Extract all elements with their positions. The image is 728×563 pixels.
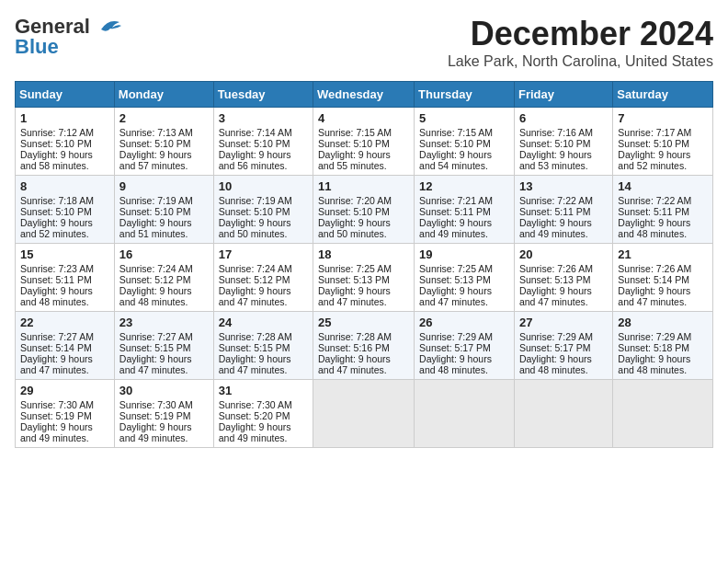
- calendar-day: 4Sunrise: 7:15 AMSunset: 5:10 PMDaylight…: [313, 108, 415, 176]
- calendar-week-row: 29Sunrise: 7:30 AMSunset: 5:19 PMDayligh…: [16, 380, 713, 448]
- calendar-day: 6Sunrise: 7:16 AMSunset: 5:10 PMDaylight…: [514, 108, 612, 176]
- calendar-day: 26Sunrise: 7:29 AMSunset: 5:17 PMDayligh…: [415, 312, 515, 380]
- day-number: 26: [419, 316, 509, 329]
- empty-cell: [415, 380, 515, 448]
- day-number: 29: [20, 384, 109, 397]
- calendar-day: 13Sunrise: 7:22 AMSunset: 5:11 PMDayligh…: [514, 176, 612, 244]
- day-number: 31: [219, 384, 308, 397]
- calendar-day: 31Sunrise: 7:30 AMSunset: 5:20 PMDayligh…: [213, 380, 313, 448]
- calendar-day: 17Sunrise: 7:24 AMSunset: 5:12 PMDayligh…: [213, 244, 313, 312]
- day-number: 5: [419, 111, 509, 125]
- day-number: 3: [219, 111, 308, 125]
- calendar-day: 24Sunrise: 7:28 AMSunset: 5:15 PMDayligh…: [213, 312, 313, 380]
- day-number: 21: [618, 247, 708, 261]
- calendar-day: 18Sunrise: 7:25 AMSunset: 5:13 PMDayligh…: [313, 244, 415, 312]
- calendar-day: 19Sunrise: 7:25 AMSunset: 5:13 PMDayligh…: [415, 244, 515, 312]
- calendar-day: 20Sunrise: 7:26 AMSunset: 5:13 PMDayligh…: [514, 244, 612, 312]
- calendar-day: 9Sunrise: 7:19 AMSunset: 5:10 PMDaylight…: [114, 176, 213, 244]
- calendar-week-row: 1Sunrise: 7:12 AMSunset: 5:10 PMDaylight…: [16, 108, 713, 176]
- day-number: 10: [219, 179, 308, 193]
- col-thursday: Thursday: [415, 82, 515, 108]
- calendar-week-row: 15Sunrise: 7:23 AMSunset: 5:11 PMDayligh…: [16, 244, 713, 312]
- day-number: 13: [519, 179, 608, 193]
- day-number: 17: [219, 247, 308, 261]
- day-number: 19: [419, 247, 509, 261]
- day-number: 28: [618, 316, 708, 329]
- calendar-day: 16Sunrise: 7:24 AMSunset: 5:12 PMDayligh…: [114, 244, 213, 312]
- calendar-day: 12Sunrise: 7:21 AMSunset: 5:11 PMDayligh…: [415, 176, 515, 244]
- day-number: 4: [318, 111, 409, 125]
- col-friday: Friday: [514, 82, 612, 108]
- day-number: 8: [20, 179, 109, 193]
- empty-cell: [313, 380, 415, 448]
- calendar-day: 25Sunrise: 7:28 AMSunset: 5:16 PMDayligh…: [313, 312, 415, 380]
- calendar-day: 30Sunrise: 7:30 AMSunset: 5:19 PMDayligh…: [114, 380, 213, 448]
- calendar-day: 7Sunrise: 7:17 AMSunset: 5:10 PMDaylight…: [613, 108, 713, 176]
- calendar-body: 1Sunrise: 7:12 AMSunset: 5:10 PMDaylight…: [16, 108, 713, 448]
- day-number: 12: [419, 179, 509, 193]
- col-sunday: Sunday: [16, 82, 115, 108]
- page-subtitle: Lake Park, North Carolina, United States: [448, 53, 713, 70]
- day-number: 16: [119, 247, 209, 261]
- calendar-header-row: Sunday Monday Tuesday Wednesday Thursday…: [16, 82, 713, 108]
- calendar-week-row: 8Sunrise: 7:18 AMSunset: 5:10 PMDaylight…: [16, 176, 713, 244]
- calendar-day: 21Sunrise: 7:26 AMSunset: 5:14 PMDayligh…: [613, 244, 713, 312]
- day-number: 27: [519, 316, 608, 329]
- empty-cell: [613, 380, 713, 448]
- page-header: General Blue December 2024 Lake Park, No…: [15, 15, 713, 70]
- calendar-day: 14Sunrise: 7:22 AMSunset: 5:11 PMDayligh…: [613, 176, 713, 244]
- calendar-day: 23Sunrise: 7:27 AMSunset: 5:15 PMDayligh…: [114, 312, 213, 380]
- logo: General Blue: [15, 15, 123, 59]
- calendar-day: 1Sunrise: 7:12 AMSunset: 5:10 PMDaylight…: [16, 108, 115, 176]
- day-number: 1: [20, 111, 109, 125]
- calendar-table: Sunday Monday Tuesday Wednesday Thursday…: [15, 81, 713, 448]
- calendar-day: 2Sunrise: 7:13 AMSunset: 5:10 PMDaylight…: [114, 108, 213, 176]
- title-block: December 2024 Lake Park, North Carolina,…: [448, 15, 713, 70]
- day-number: 18: [318, 247, 409, 261]
- logo-blue: Blue: [15, 35, 59, 59]
- day-number: 9: [119, 179, 209, 193]
- calendar-day: 10Sunrise: 7:19 AMSunset: 5:10 PMDayligh…: [213, 176, 313, 244]
- empty-cell: [514, 380, 612, 448]
- col-wednesday: Wednesday: [313, 82, 415, 108]
- calendar-day: 28Sunrise: 7:29 AMSunset: 5:18 PMDayligh…: [613, 312, 713, 380]
- calendar-day: 8Sunrise: 7:18 AMSunset: 5:10 PMDaylight…: [16, 176, 115, 244]
- calendar-day: 3Sunrise: 7:14 AMSunset: 5:10 PMDaylight…: [213, 108, 313, 176]
- col-monday: Monday: [114, 82, 213, 108]
- calendar-day: 5Sunrise: 7:15 AMSunset: 5:10 PMDaylight…: [415, 108, 515, 176]
- logo-bird-icon: [94, 17, 123, 37]
- calendar-day: 11Sunrise: 7:20 AMSunset: 5:10 PMDayligh…: [313, 176, 415, 244]
- col-tuesday: Tuesday: [213, 82, 313, 108]
- day-number: 22: [20, 316, 109, 329]
- day-number: 30: [119, 384, 209, 397]
- page-title: December 2024: [448, 15, 713, 53]
- calendar-day: 22Sunrise: 7:27 AMSunset: 5:14 PMDayligh…: [16, 312, 115, 380]
- day-number: 15: [20, 247, 109, 261]
- day-number: 11: [318, 179, 409, 193]
- day-number: 20: [519, 247, 608, 261]
- col-saturday: Saturday: [613, 82, 713, 108]
- day-number: 2: [119, 111, 209, 125]
- calendar-week-row: 22Sunrise: 7:27 AMSunset: 5:14 PMDayligh…: [16, 312, 713, 380]
- calendar-day: 27Sunrise: 7:29 AMSunset: 5:17 PMDayligh…: [514, 312, 612, 380]
- day-number: 24: [219, 316, 308, 329]
- calendar-day: 29Sunrise: 7:30 AMSunset: 5:19 PMDayligh…: [16, 380, 115, 448]
- day-number: 25: [318, 316, 409, 329]
- day-number: 23: [119, 316, 209, 329]
- calendar-day: 15Sunrise: 7:23 AMSunset: 5:11 PMDayligh…: [16, 244, 115, 312]
- day-number: 7: [618, 111, 708, 125]
- day-number: 14: [618, 179, 708, 193]
- day-number: 6: [519, 111, 608, 125]
